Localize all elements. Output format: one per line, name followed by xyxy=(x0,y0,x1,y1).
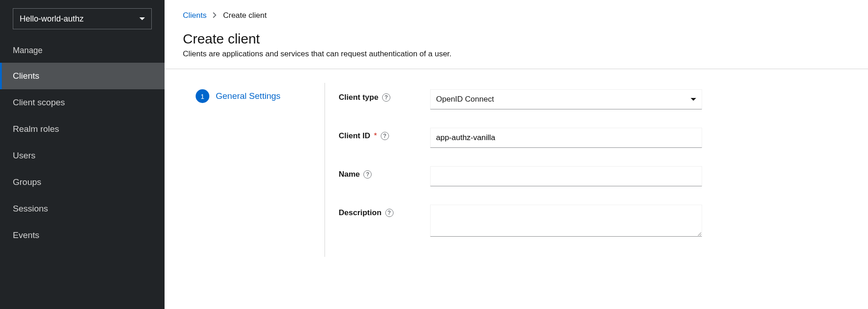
realm-selector-value: Hello-world-authz xyxy=(20,14,84,24)
label-text: Client ID xyxy=(339,131,370,141)
wizard-step-general-settings[interactable]: 1 General Settings xyxy=(196,89,325,103)
required-indicator: * xyxy=(374,131,377,141)
sidebar-item-users[interactable]: Users xyxy=(0,142,165,169)
chevron-down-icon xyxy=(139,17,145,20)
form: Client type ? OpenID Connect Client ID xyxy=(325,83,850,257)
page-subtitle: Clients are applications and services th… xyxy=(183,49,850,59)
sidebar-item-groups[interactable]: Groups xyxy=(0,169,165,195)
description-input[interactable] xyxy=(430,205,702,237)
description-label: Description ? xyxy=(339,205,430,217)
sidebar-item-client-scopes[interactable]: Client scopes xyxy=(0,89,165,116)
label-text: Description xyxy=(339,208,382,217)
label-text: Client type xyxy=(339,93,378,102)
chevron-right-icon xyxy=(213,11,217,20)
nav-section-manage: Manage xyxy=(0,38,165,63)
help-icon[interactable]: ? xyxy=(363,170,372,179)
client-type-select[interactable]: OpenID Connect xyxy=(430,89,702,109)
divider xyxy=(165,69,868,69)
breadcrumb-clients-link[interactable]: Clients xyxy=(183,11,207,20)
help-icon[interactable]: ? xyxy=(382,93,390,102)
main-content: Clients Create client Create client Clie… xyxy=(165,0,868,309)
help-icon[interactable]: ? xyxy=(381,132,389,140)
client-type-label: Client type ? xyxy=(339,89,430,102)
step-number-badge: 1 xyxy=(196,89,209,103)
realm-selector[interactable]: Hello-world-authz xyxy=(13,8,152,29)
step-label: General Settings xyxy=(216,91,281,101)
name-label: Name ? xyxy=(339,166,430,179)
name-input[interactable] xyxy=(430,166,702,186)
sidebar-item-events[interactable]: Events xyxy=(0,222,165,249)
page-title: Create client xyxy=(183,31,850,47)
help-icon[interactable]: ? xyxy=(385,209,394,217)
chevron-down-icon xyxy=(691,98,696,101)
sidebar-item-realm-roles[interactable]: Realm roles xyxy=(0,116,165,142)
breadcrumb-current: Create client xyxy=(223,11,266,20)
sidebar-item-clients[interactable]: Clients xyxy=(0,63,165,89)
sidebar: Hello-world-authz Manage Clients Client … xyxy=(0,0,165,309)
label-text: Name xyxy=(339,170,360,179)
client-type-value: OpenID Connect xyxy=(436,95,494,104)
client-id-input[interactable] xyxy=(430,128,702,148)
wizard-nav: 1 General Settings xyxy=(183,83,325,257)
sidebar-item-sessions[interactable]: Sessions xyxy=(0,195,165,222)
client-id-label: Client ID * ? xyxy=(339,128,430,141)
breadcrumb: Clients Create client xyxy=(183,11,850,20)
